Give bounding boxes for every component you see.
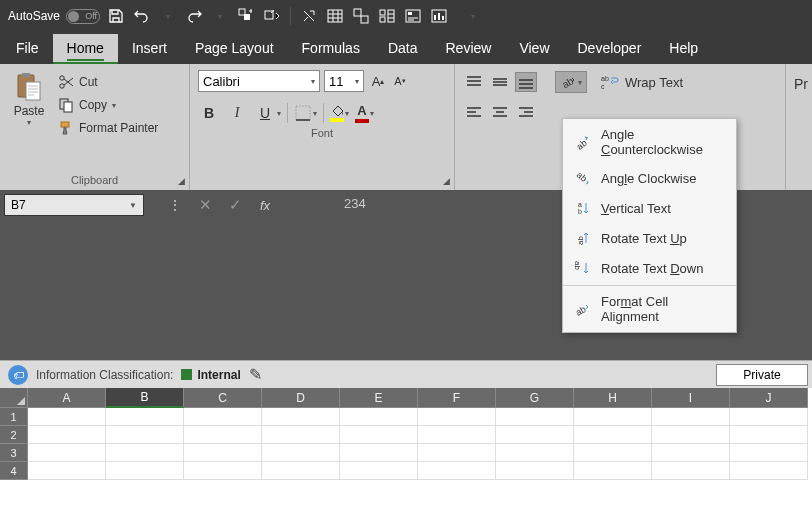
cell[interactable] [496,426,574,444]
qat-icon-3[interactable] [299,6,319,26]
qat-icon-2[interactable] [262,6,282,26]
fill-color-button[interactable]: ▾ [330,105,349,122]
format-alignment-item[interactable]: ab Format Cell Alignment [563,288,736,330]
cell[interactable] [262,462,340,480]
enter-formula-button[interactable]: ✓ [220,194,250,216]
rotate-up-item[interactable]: ab Rotate Text Up [563,223,736,253]
cell[interactable] [184,408,262,426]
cell[interactable] [262,444,340,462]
redo-icon[interactable] [184,6,204,26]
redo-dropdown-icon[interactable]: ▾ [210,6,230,26]
align-right-button[interactable] [515,102,537,122]
cell[interactable] [496,408,574,426]
row-header-2[interactable]: 2 [0,426,28,444]
borders-button[interactable]: ▾ [294,104,317,122]
cell[interactable] [340,408,418,426]
italic-button[interactable]: I [226,102,248,124]
cell[interactable] [730,426,808,444]
qat-icon-8[interactable] [429,6,449,26]
qat-customize-icon[interactable]: ▾ [463,6,483,26]
cut-button[interactable]: Cut [54,72,162,92]
font-dialog-launcher[interactable]: ◢ [443,176,450,186]
select-all-corner[interactable] [0,388,28,408]
cell[interactable] [418,426,496,444]
col-header-H[interactable]: H [574,388,652,408]
tab-file[interactable]: File [12,34,53,64]
cell[interactable] [340,426,418,444]
cell[interactable] [652,462,730,480]
autosave-toggle[interactable]: Off [66,9,100,24]
cell[interactable] [652,408,730,426]
vertical-text-item[interactable]: ab Vertical Text [563,193,736,223]
edit-classification-button[interactable]: ✎ [249,365,262,384]
tab-page-layout[interactable]: Page Layout [181,34,288,64]
col-header-C[interactable]: C [184,388,262,408]
col-header-A[interactable]: A [28,388,106,408]
tab-view[interactable]: View [505,34,563,64]
font-size-selector[interactable]: 11▾ [324,70,364,92]
cell[interactable] [418,462,496,480]
cell[interactable] [730,444,808,462]
cell[interactable] [106,426,184,444]
col-header-E[interactable]: E [340,388,418,408]
cell[interactable] [496,444,574,462]
tab-data[interactable]: Data [374,34,432,64]
row-header-1[interactable]: 1 [0,408,28,426]
cell[interactable] [652,444,730,462]
tab-formulas[interactable]: Formulas [288,34,374,64]
undo-icon[interactable] [132,6,152,26]
align-left-button[interactable] [463,102,485,122]
qat-icon-7[interactable] [403,6,423,26]
decrease-font-button[interactable]: A▾ [390,70,410,92]
name-box[interactable]: B7▼ [4,194,144,216]
col-header-J[interactable]: J [730,388,808,408]
cell[interactable] [262,408,340,426]
cell[interactable] [574,462,652,480]
tab-developer[interactable]: Developer [564,34,656,64]
cell[interactable] [730,462,808,480]
cell[interactable] [184,444,262,462]
rotate-down-item[interactable]: ab Rotate Text Down [563,253,736,283]
col-header-D[interactable]: D [262,388,340,408]
align-bottom-button[interactable] [515,72,537,92]
cell[interactable] [106,408,184,426]
cell[interactable] [418,444,496,462]
increase-font-button[interactable]: A▴ [368,70,388,92]
cell[interactable] [28,408,106,426]
qat-icon-6[interactable] [377,6,397,26]
col-header-I[interactable]: I [652,388,730,408]
angle-cw-item[interactable]: ab Angle Clockwise [563,163,736,193]
cell[interactable] [340,462,418,480]
qat-icon-1[interactable] [236,6,256,26]
save-icon[interactable] [106,6,126,26]
tab-home[interactable]: Home [53,34,118,64]
clipboard-dialog-launcher[interactable]: ◢ [178,176,185,186]
underline-button[interactable]: U▾ [254,102,281,124]
tab-insert[interactable]: Insert [118,34,181,64]
paste-dropdown-icon[interactable]: ▾ [27,118,31,127]
align-middle-button[interactable] [489,72,511,92]
font-color-button[interactable]: A ▾ [355,103,374,123]
cell[interactable] [574,426,652,444]
cell[interactable] [184,462,262,480]
cell[interactable] [340,444,418,462]
cancel-formula-button[interactable]: ✕ [190,194,220,216]
cell[interactable] [28,444,106,462]
cell[interactable] [730,408,808,426]
cell[interactable] [574,408,652,426]
copy-button[interactable]: Copy ▾ [54,95,162,115]
paste-button[interactable]: Paste ▾ [8,68,50,171]
copy-dropdown-icon[interactable]: ▾ [112,101,116,110]
row-header-4[interactable]: 4 [0,462,28,480]
undo-dropdown-icon[interactable]: ▾ [158,6,178,26]
tab-review[interactable]: Review [432,34,506,64]
cell[interactable] [106,444,184,462]
cell[interactable] [28,426,106,444]
tab-help[interactable]: Help [655,34,712,64]
col-header-F[interactable]: F [418,388,496,408]
insert-function-button[interactable]: fx [250,194,280,216]
align-top-button[interactable] [463,72,485,92]
cell[interactable] [574,444,652,462]
col-header-G[interactable]: G [496,388,574,408]
qat-icon-5[interactable] [351,6,371,26]
